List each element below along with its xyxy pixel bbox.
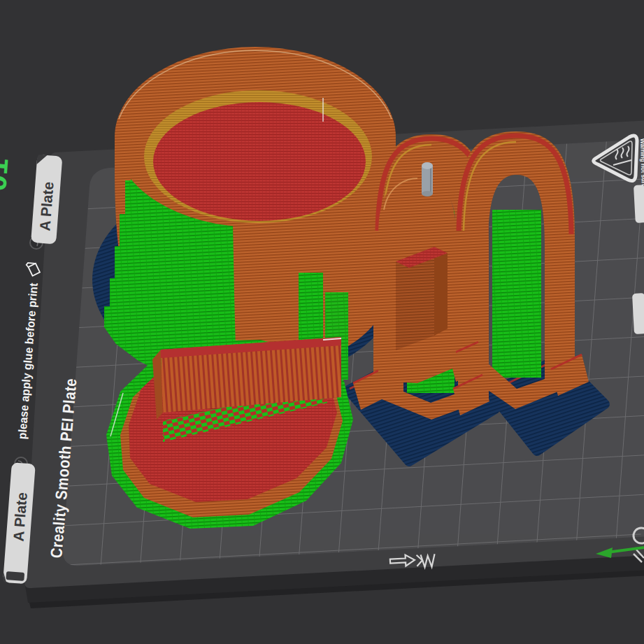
pin-cylinder: [422, 162, 433, 196]
plate-number-label: 01: [0, 157, 14, 192]
arch-support: [492, 210, 541, 378]
plate-number: 01: [0, 157, 14, 192]
cup-top-surface: [153, 102, 366, 221]
model-cylindrical-container[interactable]: [92, 47, 400, 383]
slicer-viewport: A Plate please apply glue before print C…: [0, 0, 644, 644]
model-arch-stand[interactable]: [348, 131, 605, 461]
